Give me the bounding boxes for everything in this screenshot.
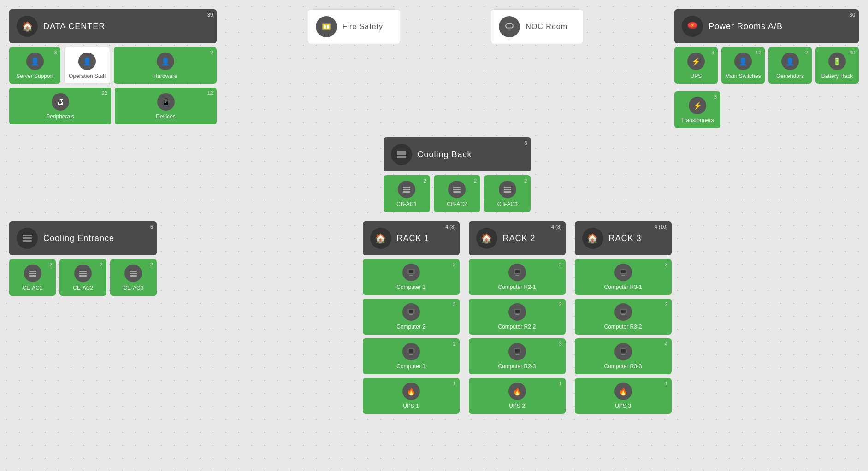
operation-staff-card[interactable]: 👤 Operation Staff bbox=[64, 47, 110, 84]
rack1-ups1-card[interactable]: 🔥 UPS 1 1 bbox=[363, 378, 460, 414]
svg-rect-24 bbox=[29, 271, 36, 272]
peripherals-label: Peripherals bbox=[46, 113, 74, 120]
rack2-title: RACK 2 bbox=[503, 234, 536, 243]
rack1-title: RACK 1 bbox=[397, 234, 430, 243]
rack2-ups2-card[interactable]: 🔥 UPS 2 1 bbox=[469, 378, 566, 414]
server-support-icon: 👤 bbox=[26, 53, 44, 70]
rack1-block: 🏠 RACK 1 4 (8) Computer 1 2 bbox=[363, 221, 460, 414]
ce-ac3-icon bbox=[124, 265, 142, 282]
ups-card[interactable]: ⚡ UPS 3 bbox=[674, 47, 718, 84]
svg-rect-55 bbox=[621, 310, 626, 313]
rack3-computer3-card[interactable]: Computer R3-3 4 bbox=[575, 338, 672, 374]
cooling-entrance-title: Cooling Entrance bbox=[43, 234, 114, 243]
transformers-icon: ⚡ bbox=[689, 97, 706, 114]
generators-card[interactable]: 👤 Generators 2 bbox=[768, 47, 812, 84]
fire-safety-header[interactable]: Fire Safety bbox=[308, 9, 400, 44]
data-center-header[interactable]: 🏠 DATA CENTER 39 bbox=[9, 9, 217, 43]
data-center-icon: 🏠 bbox=[17, 16, 38, 37]
cooling-entrance-children: CE-AC1 2 CE-AC2 2 bbox=[9, 259, 157, 296]
ce-ac1-label: CE-AC1 bbox=[23, 285, 43, 291]
cb-ac1-label: CB-AC1 bbox=[396, 201, 417, 207]
power-rooms-header[interactable]: ⚡ Power Rooms A/B 60 bbox=[674, 9, 859, 43]
svg-rect-53 bbox=[621, 275, 625, 276]
rack1-header[interactable]: 🏠 RACK 1 4 (8) bbox=[363, 221, 460, 255]
generators-icon: 👤 bbox=[781, 53, 799, 70]
cooling-back-icon bbox=[391, 144, 412, 165]
svg-rect-47 bbox=[515, 314, 519, 315]
svg-rect-5 bbox=[508, 29, 511, 31]
transformers-card[interactable]: ⚡ Transformers 3 bbox=[674, 91, 720, 128]
peripherals-icon: 🖨 bbox=[52, 93, 69, 111]
peripherals-card[interactable]: 🖨 Peripherals 22 bbox=[9, 88, 111, 124]
svg-rect-46 bbox=[515, 310, 520, 313]
devices-card[interactable]: 📱 Devices 12 bbox=[115, 88, 217, 124]
operation-staff-label: Operation Staff bbox=[69, 73, 106, 79]
cb-ac3-icon bbox=[499, 181, 516, 198]
generators-label: Generators bbox=[776, 73, 804, 79]
ce-ac3-badge: 2 bbox=[150, 262, 153, 267]
cb-ac1-card[interactable]: CB-AC1 2 bbox=[384, 175, 430, 212]
svg-rect-44 bbox=[515, 275, 519, 276]
battery-rack-label: Battery Rack bbox=[821, 73, 853, 79]
ce-ac1-icon bbox=[24, 265, 41, 282]
ce-ac3-card[interactable]: CE-AC3 2 bbox=[110, 259, 157, 296]
rack3-computer1-icon bbox=[614, 264, 632, 281]
main-switches-icon: 👤 bbox=[734, 53, 752, 70]
svg-rect-9 bbox=[397, 151, 406, 153]
rack1-computer1-card[interactable]: Computer 1 2 bbox=[363, 259, 460, 295]
svg-rect-17 bbox=[453, 191, 461, 193]
rack2-header[interactable]: 🏠 RACK 2 4 (8) bbox=[469, 221, 566, 255]
ce-ac2-label: CE-AC2 bbox=[73, 285, 93, 291]
power-row-1: ⚡ UPS 3 👤 Main Switches 12 bbox=[674, 47, 859, 84]
power-rooms-children: ⚡ UPS 3 👤 Main Switches 12 bbox=[674, 47, 859, 128]
server-support-label: Server Support bbox=[16, 73, 53, 79]
ce-ac1-card[interactable]: CE-AC1 2 bbox=[9, 259, 56, 296]
top-row: 🏠 DATA CENTER 39 👤 Server Support 3 👤 bbox=[9, 9, 859, 128]
rack2-computer3-icon bbox=[508, 343, 526, 360]
cb-ac2-label: CB-AC2 bbox=[447, 201, 467, 207]
rack2-computer3-card[interactable]: Computer R2-3 3 bbox=[469, 338, 566, 374]
main-switches-card[interactable]: 👤 Main Switches 12 bbox=[721, 47, 765, 84]
svg-rect-35 bbox=[409, 275, 413, 276]
rack1-computer3-card[interactable]: Computer 3 2 bbox=[363, 338, 460, 374]
battery-rack-card[interactable]: 🔋 Battery Rack 40 bbox=[815, 47, 859, 84]
page: 🏠 DATA CENTER 39 👤 Server Support 3 👤 bbox=[0, 0, 868, 423]
rack3-badge: 4 (10) bbox=[655, 224, 668, 230]
server-support-card[interactable]: 👤 Server Support 3 bbox=[9, 47, 60, 84]
svg-rect-20 bbox=[504, 191, 511, 193]
rack3-ups3-card[interactable]: 🔥 UPS 3 1 bbox=[575, 378, 672, 414]
rack3-header[interactable]: 🏠 RACK 3 4 (10) bbox=[575, 221, 672, 255]
svg-rect-15 bbox=[453, 187, 461, 188]
cb-ac3-card[interactable]: CB-AC3 2 bbox=[484, 175, 531, 212]
hardware-card[interactable]: 👤 Hardware 2 bbox=[114, 47, 217, 84]
operation-staff-icon: 👤 bbox=[78, 53, 96, 70]
rack2-computer1-card[interactable]: Computer R2-1 2 bbox=[469, 259, 566, 295]
svg-rect-22 bbox=[23, 237, 32, 239]
cb-ac2-card[interactable]: CB-AC2 2 bbox=[434, 175, 480, 212]
rack3-computer2-card[interactable]: Computer R3-2 2 bbox=[575, 299, 672, 335]
rack1-computer1-icon bbox=[402, 264, 420, 281]
fire-safety-block: Fire Safety bbox=[308, 9, 400, 44]
rack2-computer2-card[interactable]: Computer R2-2 2 bbox=[469, 299, 566, 335]
cooling-entrance-block: Cooling Entrance 6 CE-AC1 2 bbox=[9, 221, 157, 296]
rack3-computer2-icon bbox=[614, 303, 632, 321]
rack1-computer2-card[interactable]: Computer 2 3 bbox=[363, 299, 460, 335]
svg-rect-27 bbox=[79, 271, 87, 272]
ce-ac2-card[interactable]: CE-AC2 2 bbox=[59, 259, 106, 296]
rack3-computer1-card[interactable]: Computer R3-1 3 bbox=[575, 259, 672, 295]
cooling-entrance-header[interactable]: Cooling Entrance 6 bbox=[9, 221, 157, 255]
svg-rect-50 bbox=[515, 354, 519, 355]
data-center-badge: 39 bbox=[207, 12, 213, 18]
rack3-block: 🏠 RACK 3 4 (10) Computer R3-1 3 bbox=[575, 221, 672, 414]
cooling-back-header[interactable]: Cooling Back 6 bbox=[384, 137, 531, 171]
cooling-back-badge: 6 bbox=[524, 140, 527, 146]
rack2-ups2-label: UPS 2 bbox=[509, 403, 525, 409]
svg-rect-25 bbox=[29, 273, 36, 274]
rack2-icon: 🏠 bbox=[476, 228, 497, 249]
noc-room-header[interactable]: NOC Room bbox=[491, 9, 583, 44]
devices-badge: 12 bbox=[207, 90, 213, 96]
svg-text:⚡: ⚡ bbox=[690, 23, 695, 27]
svg-rect-49 bbox=[515, 349, 520, 353]
fire-safety-title: Fire Safety bbox=[342, 23, 383, 31]
rack3-title: RACK 3 bbox=[609, 234, 642, 243]
